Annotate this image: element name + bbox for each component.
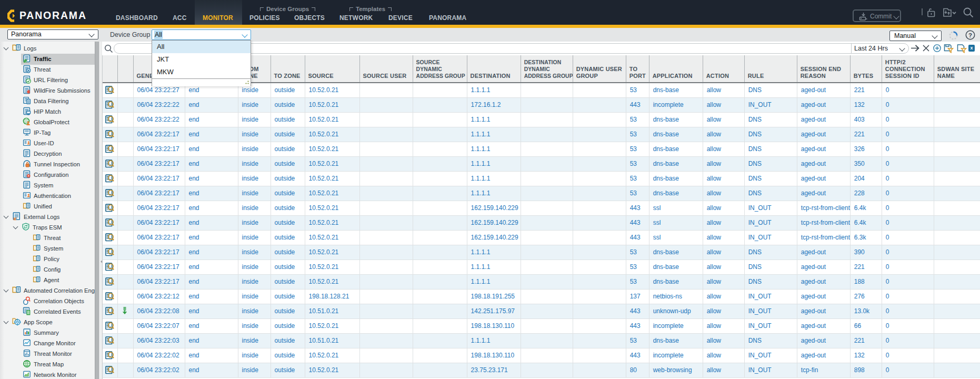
svg-text:?: ? (968, 32, 972, 38)
